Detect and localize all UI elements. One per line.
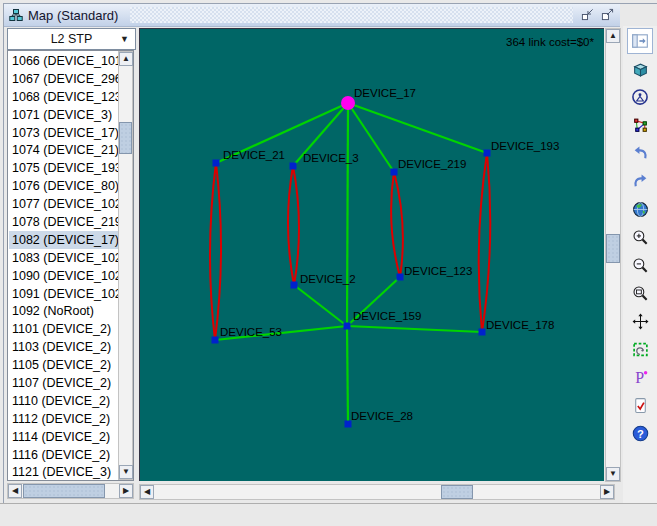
list-item[interactable]: 1103 (DEVICE_2) xyxy=(9,338,118,356)
redo-arrow-icon xyxy=(632,173,649,190)
map-hscroll-thumb[interactable] xyxy=(441,485,473,499)
float-window-button[interactable] xyxy=(579,7,595,23)
pan-arrows-icon xyxy=(632,313,649,330)
world-view-button[interactable] xyxy=(627,196,653,222)
topology-canvas[interactable]: DEVICE_17DEVICE_21DEVICE_3DEVICE_219DEVI… xyxy=(139,28,604,481)
zoom-selection-button[interactable] xyxy=(627,280,653,306)
attach-view-button[interactable] xyxy=(627,28,653,54)
list-item[interactable]: 1083 (DEVICE_102) xyxy=(9,249,118,267)
map-node-label: DEVICE_123 xyxy=(404,265,472,277)
map-node[interactable] xyxy=(391,169,398,176)
scroll-up-button[interactable]: ▲ xyxy=(606,29,620,43)
titlebar: Map (Standard) xyxy=(4,4,620,27)
topology-icon xyxy=(632,117,649,134)
list-item[interactable]: 1112 (DEVICE_2) xyxy=(9,410,118,428)
scroll-left-button[interactable]: ◀ xyxy=(140,485,154,499)
list-item[interactable]: 1121 (DEVICE_3) xyxy=(9,463,118,479)
float-icon xyxy=(581,8,594,21)
scroll-down-button[interactable]: ▼ xyxy=(119,465,133,479)
map-link-alert[interactable] xyxy=(288,166,294,285)
zoom-out-icon xyxy=(632,257,649,274)
map-horizontal-scrollbar[interactable]: ◀ ▶ xyxy=(139,484,615,500)
list-item[interactable]: 1090 (DEVICE_102) xyxy=(9,267,118,285)
svg-text:?: ? xyxy=(637,427,644,439)
map-node-label: DEVICE_53 xyxy=(220,326,282,338)
map-vscroll-thumb[interactable] xyxy=(606,234,620,263)
list-vscroll-thumb[interactable] xyxy=(119,122,132,154)
check-document-icon xyxy=(632,397,649,414)
list-item[interactable]: 1105 (DEVICE_2) xyxy=(9,356,118,374)
map-node[interactable] xyxy=(290,163,297,170)
list-item[interactable]: 1074 (DEVICE_21) xyxy=(9,141,118,159)
map-link-up[interactable] xyxy=(347,326,482,332)
list-item[interactable]: 1071 (DEVICE_3) xyxy=(9,106,118,124)
ports-button[interactable]: P xyxy=(627,364,653,390)
letter-p-icon: P xyxy=(632,369,649,386)
map-link-alert[interactable] xyxy=(293,166,299,285)
map-link-alert[interactable] xyxy=(210,163,216,340)
map-node[interactable] xyxy=(484,150,491,157)
map-link-up[interactable] xyxy=(294,285,347,326)
scroll-right-button[interactable]: ▶ xyxy=(600,485,614,499)
package-view-button[interactable] xyxy=(627,56,653,82)
undo-button[interactable] xyxy=(627,140,653,166)
stp-mode-dropdown[interactable]: L2 STP ▼ xyxy=(7,28,136,50)
list-item[interactable]: 1116 (DEVICE_2) xyxy=(9,446,118,464)
list-item[interactable]: 1114 (DEVICE_2) xyxy=(9,428,118,446)
map-link-up[interactable] xyxy=(348,103,487,153)
svg-text:P: P xyxy=(635,369,644,386)
zoom-in-icon xyxy=(632,229,649,246)
list-item[interactable]: 1092 (NoRoot) xyxy=(9,302,118,320)
redo-button[interactable] xyxy=(627,168,653,194)
map-node[interactable] xyxy=(344,323,351,330)
map-node[interactable] xyxy=(213,160,220,167)
list-item[interactable]: 1075 (DEVICE_193) xyxy=(9,159,118,177)
map-node-label: DEVICE_219 xyxy=(398,158,466,170)
list-item[interactable]: 1107 (DEVICE_2) xyxy=(9,374,118,392)
map-vertical-scrollbar[interactable]: ▲ ▼ xyxy=(605,28,621,482)
pan-button[interactable] xyxy=(627,308,653,334)
zoom-in-button[interactable] xyxy=(627,224,653,250)
rotate-selection-button[interactable] xyxy=(627,336,653,362)
list-item[interactable]: 1078 (DEVICE_219) xyxy=(9,213,118,231)
maximize-window-button[interactable] xyxy=(599,7,615,23)
help-icon: ? xyxy=(632,425,649,442)
help-button[interactable]: ? xyxy=(627,420,653,446)
list-item[interactable]: 1101 (DEVICE_2) xyxy=(9,320,118,338)
zoom-out-button[interactable] xyxy=(627,252,653,278)
list-vertical-scrollbar[interactable]: ▲ ▼ xyxy=(118,51,133,480)
status-bar xyxy=(0,503,657,526)
topology-layout-button[interactable] xyxy=(627,112,653,138)
map-node-label: DEVICE_28 xyxy=(351,410,413,422)
list-item[interactable]: 1110 (DEVICE_2) xyxy=(9,392,118,410)
scroll-right-button[interactable]: ▶ xyxy=(119,484,133,498)
list-item[interactable]: 1077 (DEVICE_102) xyxy=(9,195,118,213)
map-root-node[interactable] xyxy=(341,96,355,110)
stp-instance-listbox: 1066 (DEVICE_101)1067 (DEVICE_296)1068 (… xyxy=(7,50,134,481)
scroll-up-button[interactable]: ▲ xyxy=(119,52,133,66)
validate-button[interactable] xyxy=(627,392,653,418)
map-link-up[interactable] xyxy=(347,326,348,424)
zoom-selection-icon xyxy=(632,285,649,302)
scroll-down-button[interactable]: ▼ xyxy=(606,467,620,481)
map-node[interactable] xyxy=(212,337,219,344)
list-item[interactable]: 1073 (DEVICE_17) xyxy=(9,124,118,142)
map-node[interactable] xyxy=(397,274,404,281)
scroll-left-button[interactable]: ◀ xyxy=(8,484,22,498)
map-node[interactable] xyxy=(291,282,298,289)
map-node[interactable] xyxy=(479,329,486,336)
list-item[interactable]: 1076 (DEVICE_80) xyxy=(9,177,118,195)
list-item[interactable]: 1067 (DEVICE_296) xyxy=(9,70,118,88)
network-map-icon xyxy=(9,8,23,22)
list-hscroll-thumb[interactable] xyxy=(23,484,105,498)
circular-layout-button[interactable] xyxy=(627,84,653,110)
title-left: Map (Standard) xyxy=(4,4,128,26)
list-item[interactable]: 1066 (DEVICE_101) xyxy=(9,52,118,70)
list-item[interactable]: 1091 (DEVICE_102) xyxy=(9,285,118,303)
map-link-alert[interactable] xyxy=(215,163,221,340)
map-link-up[interactable] xyxy=(347,103,348,326)
list-horizontal-scrollbar[interactable]: ◀ ▶ xyxy=(7,483,134,499)
list-item[interactable]: 1082 (DEVICE_17) xyxy=(9,231,118,249)
topology-svg: DEVICE_17DEVICE_21DEVICE_3DEVICE_219DEVI… xyxy=(140,29,605,482)
list-item[interactable]: 1068 (DEVICE_123) xyxy=(9,88,118,106)
